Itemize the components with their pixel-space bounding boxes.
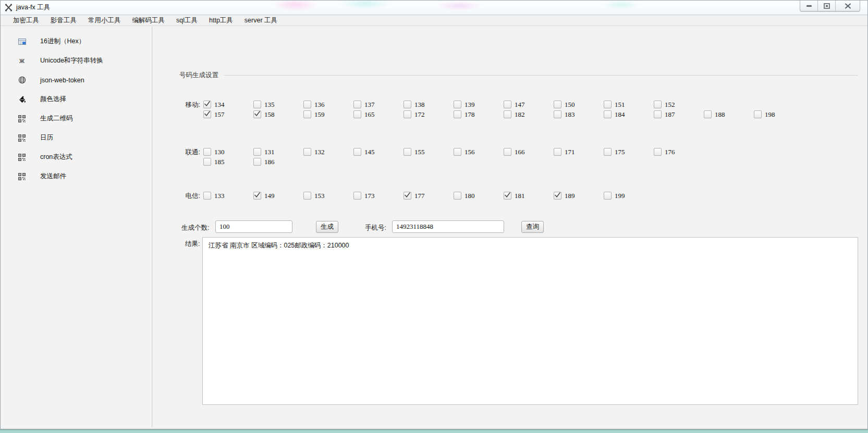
checkbox-unchecked[interactable] [303, 101, 311, 108]
checkbox-unchecked[interactable] [303, 148, 311, 156]
checkbox-unchecked[interactable] [203, 192, 211, 200]
phone-prefix-checkbox[interactable]: 165 [353, 110, 404, 119]
checkbox-unchecked[interactable] [353, 101, 361, 108]
phone-prefix-checkbox[interactable]: 189 [554, 192, 604, 200]
sidebar-item[interactable]: 颜色选择 [2, 90, 152, 109]
checkbox-checked[interactable] [253, 110, 261, 118]
checkbox-unchecked[interactable] [604, 110, 612, 118]
phone-prefix-checkbox[interactable]: 139 [454, 101, 504, 109]
phone-prefix-checkbox[interactable]: 156 [454, 148, 504, 156]
phone-prefix-checkbox[interactable]: 132 [303, 148, 353, 156]
phone-prefix-checkbox[interactable]: 159 [303, 110, 353, 119]
phone-prefix-checkbox[interactable]: 172 [404, 110, 454, 119]
phone-prefix-checkbox[interactable]: 186 [253, 158, 303, 166]
checkbox-unchecked[interactable] [303, 192, 311, 200]
checkbox-unchecked[interactable] [203, 148, 211, 156]
phone-prefix-checkbox[interactable]: 147 [504, 101, 554, 109]
checkbox-unchecked[interactable] [554, 110, 561, 118]
checkbox-unchecked[interactable] [353, 148, 361, 156]
checkbox-unchecked[interactable] [554, 148, 561, 156]
phone-prefix-checkbox[interactable]: 134 [203, 101, 253, 109]
query-button[interactable]: 查询 [521, 221, 544, 233]
checkbox-unchecked[interactable] [454, 148, 461, 156]
checkbox-unchecked[interactable] [754, 110, 762, 118]
checkbox-unchecked[interactable] [353, 192, 361, 200]
checkbox-unchecked[interactable] [604, 192, 612, 200]
checkbox-unchecked[interactable] [404, 101, 411, 108]
phone-prefix-checkbox[interactable]: 171 [554, 148, 604, 156]
phone-prefix-checkbox[interactable]: 152 [654, 101, 704, 109]
phone-prefix-checkbox[interactable]: 149 [253, 192, 303, 200]
sidebar-item[interactable]: 日历 [2, 128, 152, 147]
checkbox-unchecked[interactable] [454, 110, 461, 118]
phone-prefix-checkbox[interactable]: 137 [353, 101, 404, 109]
menu-item[interactable]: server 工具 [239, 15, 283, 26]
sidebar-item[interactable]: ЖUnicode和字符串转换 [2, 51, 152, 70]
phone-prefix-checkbox[interactable]: 157 [203, 110, 253, 119]
checkbox-unchecked[interactable] [654, 148, 662, 156]
checkbox-unchecked[interactable] [253, 148, 261, 156]
phone-prefix-checkbox[interactable]: 184 [604, 110, 654, 119]
phone-prefix-checkbox[interactable]: 173 [353, 192, 404, 200]
checkbox-unchecked[interactable] [504, 101, 511, 108]
count-input[interactable] [215, 220, 292, 233]
maximize-button[interactable] [818, 1, 836, 11]
sidebar-item[interactable]: 发送邮件 [2, 167, 152, 186]
checkbox-unchecked[interactable] [353, 110, 361, 118]
checkbox-unchecked[interactable] [504, 110, 511, 118]
checkbox-unchecked[interactable] [704, 110, 712, 118]
checkbox-unchecked[interactable] [654, 110, 662, 118]
checkbox-unchecked[interactable] [253, 101, 261, 108]
phone-prefix-checkbox[interactable]: 198 [754, 110, 804, 119]
phone-prefix-checkbox[interactable]: 185 [203, 158, 253, 166]
phone-prefix-checkbox[interactable]: 187 [654, 110, 704, 119]
checkbox-unchecked[interactable] [203, 158, 211, 166]
menu-item[interactable]: 加密工具 [7, 15, 45, 26]
checkbox-unchecked[interactable] [504, 148, 511, 156]
checkbox-unchecked[interactable] [454, 192, 461, 200]
phone-prefix-checkbox[interactable]: 130 [203, 148, 253, 156]
phone-input[interactable] [392, 220, 504, 233]
checkbox-checked[interactable] [253, 192, 261, 200]
phone-prefix-checkbox[interactable]: 138 [404, 101, 454, 109]
phone-prefix-checkbox[interactable]: 133 [203, 192, 253, 200]
phone-prefix-checkbox[interactable]: 155 [404, 148, 454, 156]
phone-prefix-checkbox[interactable]: 158 [253, 110, 303, 119]
menu-item[interactable]: 常用小工具 [82, 15, 127, 26]
menu-item[interactable]: 编解码工具 [127, 15, 171, 26]
minimize-button[interactable] [800, 1, 818, 11]
phone-prefix-checkbox[interactable]: 177 [404, 192, 454, 200]
generate-button[interactable]: 生成 [316, 221, 338, 233]
phone-prefix-checkbox[interactable]: 178 [454, 110, 504, 119]
phone-prefix-checkbox[interactable]: 136 [303, 101, 353, 109]
checkbox-checked[interactable] [504, 192, 511, 200]
sidebar-item[interactable]: 生成二维码 [2, 109, 152, 128]
checkbox-unchecked[interactable] [253, 158, 261, 166]
sidebar-item[interactable]: json-web-token [2, 70, 152, 90]
phone-prefix-checkbox[interactable]: 183 [554, 110, 604, 119]
menu-item[interactable]: 影音工具 [45, 15, 82, 26]
phone-prefix-checkbox[interactable]: 150 [554, 101, 604, 109]
phone-prefix-checkbox[interactable]: 175 [604, 148, 654, 156]
phone-prefix-checkbox[interactable]: 182 [504, 110, 554, 119]
checkbox-unchecked[interactable] [604, 101, 612, 108]
phone-prefix-checkbox[interactable]: 151 [604, 101, 654, 109]
phone-prefix-checkbox[interactable]: 181 [504, 192, 554, 200]
checkbox-unchecked[interactable] [454, 101, 461, 108]
checkbox-checked[interactable] [203, 101, 211, 108]
checkbox-unchecked[interactable] [404, 148, 411, 156]
phone-prefix-checkbox[interactable]: 188 [704, 110, 754, 119]
phone-prefix-checkbox[interactable]: 199 [604, 192, 654, 200]
phone-prefix-checkbox[interactable]: 153 [303, 192, 353, 200]
phone-prefix-checkbox[interactable]: 180 [454, 192, 504, 200]
sidebar-item[interactable]: 16进制（Hex） [2, 32, 152, 51]
checkbox-unchecked[interactable] [303, 110, 311, 118]
checkbox-unchecked[interactable] [654, 101, 662, 108]
menu-item[interactable]: sql工具 [170, 15, 203, 26]
checkbox-checked[interactable] [203, 110, 211, 118]
checkbox-checked[interactable] [554, 192, 561, 200]
checkbox-checked[interactable] [404, 192, 411, 200]
phone-prefix-checkbox[interactable]: 166 [504, 148, 554, 156]
sidebar-item[interactable]: cron表达式 [2, 147, 152, 167]
checkbox-unchecked[interactable] [404, 110, 411, 118]
